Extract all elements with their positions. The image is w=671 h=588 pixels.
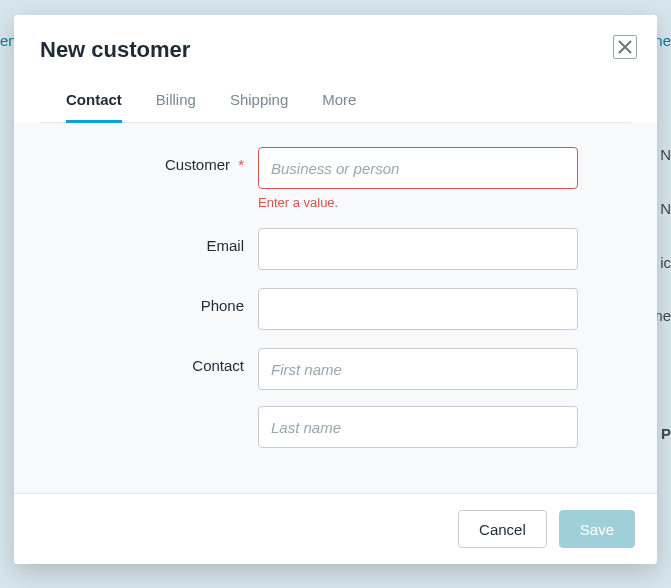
bg-partial-text: P (661, 425, 671, 442)
bg-partial-text: ic (660, 254, 671, 271)
close-icon (618, 40, 632, 54)
modal-footer: Cancel Save (14, 493, 657, 564)
label-contact: Contact (48, 348, 258, 374)
tab-billing[interactable]: Billing (156, 91, 196, 123)
row-email: Email (48, 228, 623, 270)
form-area: Customer * Enter a value. Email Phone Co… (14, 123, 657, 493)
tab-more[interactable]: More (322, 91, 356, 123)
label-email: Email (48, 228, 258, 254)
email-input[interactable] (258, 228, 578, 270)
label-phone: Phone (48, 288, 258, 314)
contact-last-name-input[interactable] (258, 406, 578, 448)
close-button[interactable] (613, 35, 637, 59)
customer-input[interactable] (258, 147, 578, 189)
required-mark: * (238, 156, 244, 173)
modal-header: New customer Contact Billing Shipping Mo… (14, 15, 657, 123)
save-button[interactable]: Save (559, 510, 635, 548)
cancel-button[interactable]: Cancel (458, 510, 547, 548)
label-customer: Customer * (48, 147, 258, 173)
tabs: Contact Billing Shipping More (40, 91, 631, 123)
phone-input[interactable] (258, 288, 578, 330)
row-phone: Phone (48, 288, 623, 330)
label-customer-text: Customer (165, 156, 230, 173)
customer-error: Enter a value. (258, 195, 578, 210)
new-customer-modal: New customer Contact Billing Shipping Mo… (14, 15, 657, 564)
modal-title: New customer (40, 37, 631, 63)
row-contact: Contact (48, 348, 623, 448)
tab-contact[interactable]: Contact (66, 91, 122, 123)
contact-first-name-input[interactable] (258, 348, 578, 390)
row-customer: Customer * Enter a value. (48, 147, 623, 210)
tab-shipping[interactable]: Shipping (230, 91, 288, 123)
